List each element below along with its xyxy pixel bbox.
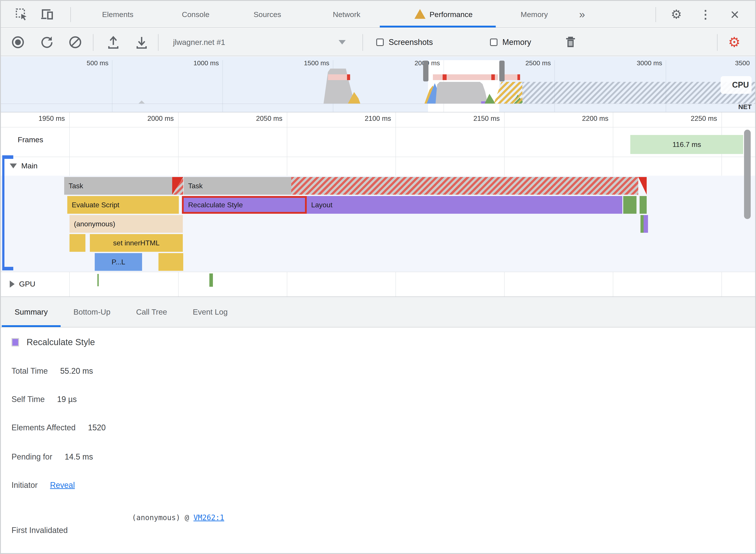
active-tab-underline bbox=[380, 26, 496, 27]
reload-icon bbox=[40, 36, 54, 49]
flame-bar-anonymous[interactable]: (anonymous) bbox=[69, 215, 183, 233]
screenshots-checkbox[interactable]: Screenshots bbox=[376, 28, 433, 56]
flame-bar-recalculate-style[interactable]: Recalculate Style bbox=[182, 196, 307, 214]
reload-and-record-button[interactable] bbox=[40, 28, 54, 56]
flame-bar-layout[interactable]: Layout bbox=[307, 196, 622, 214]
device-toolbar-icon[interactable] bbox=[38, 1, 57, 28]
frame-duration-chip[interactable]: 116.7 ms bbox=[630, 135, 743, 154]
timeline-overview[interactable]: 500 ms1000 ms1500 ms2000 ms2500 ms3000 m… bbox=[1, 57, 755, 112]
divider bbox=[655, 7, 656, 22]
tab-network[interactable]: Network bbox=[333, 1, 361, 28]
main-track-bracket bbox=[2, 155, 4, 270]
upload-icon bbox=[107, 35, 120, 49]
tab-performance[interactable]: Performance bbox=[415, 1, 473, 28]
load-profile-button[interactable] bbox=[107, 28, 120, 56]
devtools-tab-bar: Elements Console Sources Network Perform… bbox=[1, 1, 755, 28]
flame-bar-style[interactable] bbox=[644, 215, 648, 233]
overview-tick-label: 2000 ms bbox=[369, 59, 440, 67]
flame-bar-script[interactable] bbox=[158, 253, 183, 271]
main-track-header[interactable]: Main bbox=[10, 162, 38, 170]
summary-row: Total Time55.20 ms bbox=[11, 367, 93, 376]
divider bbox=[158, 34, 158, 51]
record-icon bbox=[12, 36, 24, 48]
overview-gridline bbox=[112, 60, 112, 112]
frames-track-label[interactable]: Frames bbox=[18, 135, 43, 144]
collapse-triangle-icon[interactable] bbox=[10, 164, 17, 168]
summary-row: Self Time19 µs bbox=[11, 395, 77, 404]
profile-select-caret-icon[interactable] bbox=[339, 28, 346, 56]
inspect-element-icon[interactable] bbox=[12, 1, 31, 28]
overview-tick-label: 500 ms bbox=[38, 59, 108, 67]
flame-bar-p-l[interactable]: P...L bbox=[95, 253, 142, 271]
cpu-label: CPU bbox=[732, 80, 749, 90]
flame-bar-task[interactable]: Task bbox=[64, 177, 172, 195]
tab-sources[interactable]: Sources bbox=[254, 1, 281, 28]
reveal-link[interactable]: Reveal bbox=[50, 481, 75, 490]
divider bbox=[70, 7, 71, 22]
checkbox-unchecked-icon bbox=[490, 39, 497, 46]
long-task-marker bbox=[328, 74, 348, 80]
flame-bar-task[interactable]: Task bbox=[184, 177, 291, 195]
divider bbox=[1, 272, 755, 272]
overview-tick-label: 3000 ms bbox=[591, 59, 662, 67]
tab-elements[interactable]: Elements bbox=[102, 1, 133, 28]
cpu-label-plate: CPU bbox=[720, 76, 752, 94]
tab-call-tree[interactable]: Call Tree bbox=[123, 297, 180, 327]
overview-tick-label: 2500 ms bbox=[480, 59, 551, 67]
divider bbox=[1, 157, 755, 157]
settings-gear-icon[interactable]: ⚙ bbox=[667, 1, 685, 28]
performance-toolbar: jlwagner.net #1 Screenshots Memory ⚙ bbox=[1, 28, 755, 56]
flame-bar-evaluate-script[interactable]: Evaluate Script bbox=[67, 196, 179, 214]
summary-row-first-invalidated: (anonymous) @ VM262:1 First Invalidated bbox=[11, 513, 366, 540]
flame-bar-set-innerhtml[interactable]: set innerHTML bbox=[90, 234, 183, 252]
tab-memory[interactable]: Memory bbox=[521, 1, 548, 28]
checkbox-unchecked-icon bbox=[376, 39, 384, 46]
overview-right-handle[interactable] bbox=[499, 61, 504, 81]
flame-chart[interactable]: 1950 ms2000 ms2050 ms2100 ms2150 ms2200 … bbox=[1, 112, 755, 296]
clear-button[interactable] bbox=[69, 28, 82, 56]
clear-icon bbox=[69, 36, 82, 49]
tab-console[interactable]: Console bbox=[182, 1, 210, 28]
divider bbox=[1, 127, 755, 127]
flame-bar-task-hatch[interactable] bbox=[291, 177, 638, 195]
cpu-activity-gray bbox=[324, 69, 355, 104]
ruler-tick-label: 2050 ms bbox=[212, 115, 282, 122]
summary-row-initiator: Initiator Reveal bbox=[11, 481, 75, 490]
gpu-activity-tick bbox=[209, 273, 213, 287]
divider bbox=[93, 34, 93, 51]
delete-recording-button[interactable] bbox=[565, 28, 576, 56]
vertical-scrollbar[interactable] bbox=[744, 130, 751, 219]
trash-icon bbox=[565, 36, 576, 49]
kebab-menu-icon[interactable]: ⋮ bbox=[698, 1, 713, 28]
memory-checkbox[interactable]: Memory bbox=[490, 28, 531, 56]
flame-bar-paint[interactable] bbox=[623, 196, 637, 214]
save-profile-button[interactable] bbox=[135, 28, 148, 56]
stack-frame-text: (anonymous) @ bbox=[132, 513, 194, 522]
summary-row: Elements Affected1520 bbox=[11, 423, 106, 432]
gpu-track-header[interactable]: GPU bbox=[10, 280, 36, 288]
overview-left-handle[interactable] bbox=[423, 61, 428, 81]
overview-gridline bbox=[222, 60, 223, 112]
long-task-red-marker bbox=[491, 74, 495, 80]
more-tabs-icon[interactable]: » bbox=[579, 1, 584, 28]
capture-settings-gear-icon[interactable]: ⚙ bbox=[728, 28, 741, 56]
tab-event-log[interactable]: Event Log bbox=[180, 297, 240, 327]
long-task-red-marker bbox=[347, 74, 350, 80]
cpu-activity-gray bbox=[436, 82, 488, 104]
expand-triangle-icon[interactable] bbox=[10, 281, 15, 288]
record-button[interactable] bbox=[12, 28, 24, 56]
source-location-link[interactable]: VM262:1 bbox=[194, 513, 224, 522]
close-icon[interactable]: × bbox=[726, 1, 744, 28]
gpu-activity-tick bbox=[97, 274, 99, 286]
flame-bar-script[interactable] bbox=[69, 234, 86, 252]
tab-summary[interactable]: Summary bbox=[2, 297, 61, 327]
details-tab-bar: Summary Bottom-Up Call Tree Event Log bbox=[1, 296, 755, 327]
event-legend: Recalculate Style bbox=[11, 337, 95, 347]
ruler-tick-label: 2000 ms bbox=[103, 115, 174, 122]
divider bbox=[717, 34, 717, 51]
tab-bottom-up[interactable]: Bottom-Up bbox=[61, 297, 123, 327]
flame-bar-paint[interactable] bbox=[640, 196, 647, 214]
flame-bar-task-hatch-start[interactable] bbox=[172, 177, 183, 195]
profile-select[interactable]: jlwagner.net #1 bbox=[173, 28, 225, 56]
divider bbox=[1, 104, 755, 104]
